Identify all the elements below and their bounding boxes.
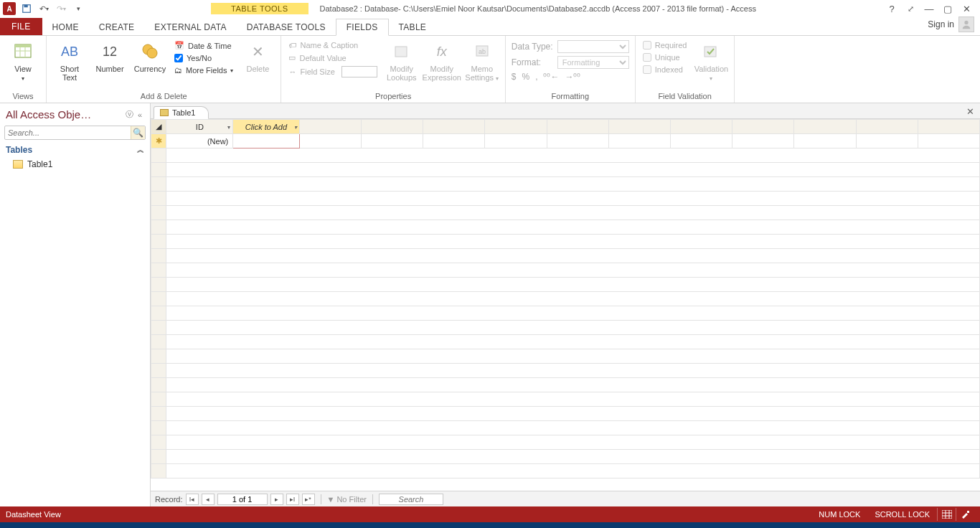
empty-column[interactable] [547,120,608,134]
row-selector[interactable] [151,421,166,435]
row-selector[interactable] [151,335,166,349]
help-icon[interactable]: ? [882,1,901,16]
empty-row[interactable] [166,407,980,421]
empty-row[interactable] [166,292,980,306]
empty-cell[interactable] [794,134,856,148]
nav-object-table1[interactable]: Table1 [0,157,150,171]
cell-id-new[interactable]: (New) [166,134,233,148]
empty-row[interactable] [166,249,980,263]
empty-cell[interactable] [918,134,979,148]
empty-row[interactable] [166,421,980,435]
active-cell[interactable] [233,134,299,148]
row-selector[interactable] [151,192,166,206]
row-selector[interactable] [151,321,166,335]
empty-column[interactable] [794,120,856,134]
row-selector[interactable] [151,450,166,464]
empty-column[interactable] [423,120,485,134]
row-selector[interactable] [151,235,166,249]
select-all-cell[interactable]: ◢ [151,120,166,134]
collapse-section-icon[interactable]: ︽ [137,145,144,155]
empty-cell[interactable] [732,134,794,148]
more-fields-button[interactable]: 🗂More Fields ▾ [173,65,235,75]
new-record-button[interactable]: ▸* [302,494,315,505]
last-record-button[interactable]: ▸I [286,494,299,505]
row-selector[interactable] [151,364,166,378]
sign-in-link[interactable]: Sign in [922,14,980,35]
empty-row[interactable] [166,235,980,249]
save-icon[interactable] [20,2,33,15]
empty-column[interactable] [670,120,732,134]
empty-row[interactable] [166,464,980,478]
datasheet-view-button[interactable] [937,508,956,521]
nav-search[interactable]: 🔍 [4,126,146,140]
empty-cell[interactable] [608,134,670,148]
tab-file[interactable]: FILE [0,18,42,35]
row-selector[interactable] [151,306,166,321]
empty-row[interactable] [166,177,980,192]
empty-column[interactable] [361,120,423,134]
row-selector[interactable] [151,148,166,163]
record-position-input[interactable] [217,494,268,505]
tab-table[interactable]: TABLE [389,19,437,35]
row-selector[interactable] [151,263,166,278]
design-view-button[interactable] [956,508,974,521]
row-selector[interactable] [151,464,166,478]
yes-no-button[interactable]: Yes/No [173,53,235,63]
chevron-down-icon[interactable]: ▾ [294,123,297,130]
empty-cell[interactable] [423,134,485,148]
empty-cell[interactable] [856,134,918,148]
tab-database-tools[interactable]: DATABASE TOOLS [237,19,336,35]
row-selector[interactable] [151,392,166,407]
empty-row[interactable] [166,148,980,163]
date-time-button[interactable]: 📅Date & Time [173,40,235,51]
tab-home[interactable]: HOME [42,19,89,35]
empty-column[interactable] [918,120,979,134]
empty-row[interactable] [166,306,980,321]
empty-row[interactable] [166,335,980,349]
nav-search-input[interactable] [5,126,131,139]
short-text-button[interactable]: AB Short Text [52,40,87,82]
empty-cell[interactable] [299,134,361,148]
nav-section-tables[interactable]: Tables︽ [0,143,150,157]
tab-fields[interactable]: FIELDS [336,19,389,36]
table-row-new[interactable]: ✱ (New) [151,134,980,148]
empty-column[interactable] [856,120,918,134]
view-button[interactable]: View▾ [6,40,40,82]
row-selector[interactable] [151,278,166,292]
nav-title[interactable]: All Access Obje… [6,108,91,121]
empty-row[interactable] [166,220,980,235]
nav-collapse-icon[interactable]: « [136,109,144,121]
empty-row[interactable] [166,392,980,407]
row-selector[interactable] [151,249,166,263]
row-selector[interactable] [151,206,166,220]
empty-row[interactable] [166,278,980,292]
tab-external-data[interactable]: EXTERNAL DATA [144,19,236,35]
empty-cell[interactable] [361,134,423,148]
column-header-id[interactable]: ID▾ [166,120,233,134]
empty-row[interactable] [166,364,980,378]
empty-row[interactable] [166,450,980,464]
redo-icon[interactable]: ↷▾ [55,2,67,15]
nav-dropdown-icon[interactable]: ⓥ [123,108,136,121]
currency-button[interactable]: Currency [133,40,167,73]
prev-record-button[interactable]: ◂ [202,494,215,505]
document-tab-table1[interactable]: Table1 [154,106,209,119]
empty-column[interactable] [299,120,361,134]
qat-customize-icon[interactable]: ▾ [72,2,85,15]
empty-column[interactable] [608,120,670,134]
empty-row[interactable] [166,321,980,335]
empty-column[interactable] [485,120,547,134]
empty-column[interactable] [732,120,794,134]
datasheet[interactable]: ◢ ID▾ Click to Add▾ ✱ (New) [151,119,980,491]
search-icon[interactable]: 🔍 [131,126,145,139]
empty-cell[interactable] [485,134,547,148]
next-record-button[interactable]: ▸ [270,494,283,505]
row-selector[interactable] [151,378,166,392]
ribbon-display-icon[interactable]: ⤢ [901,1,920,16]
row-selector[interactable] [151,177,166,192]
close-document-icon[interactable]: ✕ [961,105,980,118]
row-selector-new[interactable]: ✱ [151,134,166,148]
empty-row[interactable] [166,378,980,392]
empty-row[interactable] [166,192,980,206]
empty-cell[interactable] [547,134,608,148]
